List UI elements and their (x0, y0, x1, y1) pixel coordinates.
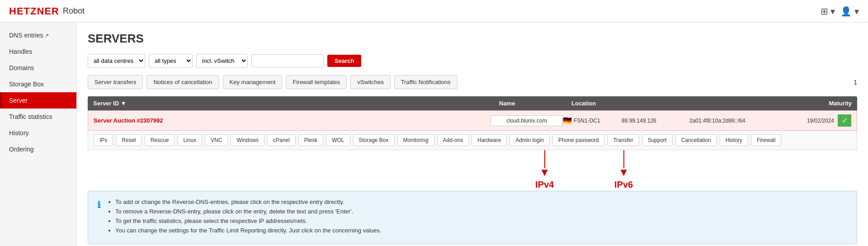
search-input[interactable] (251, 54, 324, 67)
user-icon[interactable]: 👤 ▾ (840, 6, 859, 17)
server-location: 🇩🇪 FSN1-DC1 (563, 116, 622, 125)
ipv6-arrow-line (623, 150, 624, 168)
type-filter[interactable]: all types Dedicated vServer (149, 54, 193, 68)
sidebar-item-dns-entries[interactable]: DNS entries ↗ (0, 27, 76, 43)
logo-brand: HETZNER (9, 5, 59, 17)
sidebar-item-domains[interactable]: Domains (0, 60, 76, 76)
sidebar-item-history[interactable]: History (0, 125, 76, 141)
server-id: Server Auction #2307992 (94, 117, 491, 124)
sub-btn-rescue[interactable]: Rescue (145, 134, 175, 146)
sub-btn-vnc[interactable]: VNC (205, 134, 228, 146)
action-buttons-row: Server transfers Notices of cancellation… (88, 75, 857, 89)
header-name: Name (499, 100, 571, 107)
info-item-3: To get the traffic statistics, please se… (115, 218, 382, 224)
sub-btn-support[interactable]: Support (642, 134, 673, 146)
sub-btn-linux[interactable]: Linux (177, 134, 202, 146)
main-content: SERVERS all data centres FSN1 NBG1 HEL1 … (77, 23, 868, 246)
sub-btn-admin-login[interactable]: Admin login (509, 134, 550, 146)
external-link-icon: ↗ (45, 33, 49, 38)
grid-icon[interactable]: ⊞ ▾ (821, 6, 835, 17)
server-status-check: ✓ (838, 114, 851, 127)
main-layout: DNS entries ↗ Handles Domains Storage Bo… (0, 23, 868, 246)
server-transfers-button[interactable]: Server transfers (88, 75, 143, 89)
ipv6-annotation: ▼ IPv6 (614, 150, 633, 190)
header-ipv4 (630, 100, 698, 107)
sub-btn-storage-box[interactable]: Storage Box (353, 134, 395, 146)
sidebar: DNS entries ↗ Handles Domains Storage Bo… (0, 23, 77, 246)
table-row[interactable]: Server Auction #2307992 cloud.blunix.com… (88, 110, 857, 131)
table-header: Server ID ▼ Name Location Maturity (88, 96, 857, 110)
sidebar-item-ordering[interactable]: Ordering (0, 141, 76, 157)
switch-filter[interactable]: incl. vSwitch excl. vSwitch (196, 54, 248, 68)
annotation-area: ▼ IPv4 ▼ IPv6 (88, 150, 857, 186)
location-flag: 🇩🇪 (563, 116, 572, 125)
sub-btn-reset[interactable]: Reset (116, 134, 142, 146)
sub-btn-monitoring[interactable]: Monitoring (397, 134, 434, 146)
filter-bar: all data centres FSN1 NBG1 HEL1 all type… (88, 54, 857, 68)
info-item-2: To remove a Reverse-DNS-entry, please cl… (115, 208, 382, 215)
top-navigation: HETZNER Robot ⊞ ▾ 👤 ▾ (0, 0, 868, 23)
sidebar-item-traffic-statistics[interactable]: Traffic statistics (0, 109, 76, 125)
header-location: Location (571, 100, 630, 107)
ipv4-label: IPv4 (535, 180, 554, 190)
sub-btn-history[interactable]: History (720, 134, 748, 146)
logo-product: Robot (63, 6, 85, 16)
info-item-4: You can change the settings for the Traf… (115, 227, 382, 234)
info-item-1: To add or change the Reverse-DNS-entries… (115, 199, 382, 205)
dns-entries-label: DNS entries (9, 32, 43, 39)
action-buttons-left: Server transfers Notices of cancellation… (88, 75, 458, 89)
sub-btn-cancellation[interactable]: Cancellation (675, 134, 717, 146)
ipv4-arrow-head: ▼ (539, 166, 550, 179)
header-ipv6 (698, 100, 797, 107)
ipv6-arrow-head: ▼ (618, 166, 629, 179)
header-maturity: Maturity (797, 100, 852, 107)
sidebar-item-storage-box[interactable]: Storage Box (0, 76, 76, 92)
server-maturity: 19/02/2024 (789, 118, 834, 124)
info-icon: ℹ (97, 199, 101, 210)
location-name: FSN1-DC1 (574, 118, 600, 124)
search-button[interactable]: Search (327, 55, 361, 67)
sub-btn-ips[interactable]: IPs (94, 134, 113, 146)
traffic-notifications-button[interactable]: Traffic Notifications (394, 75, 458, 89)
sub-btn-wol[interactable]: WOL (326, 134, 350, 146)
nav-right: ⊞ ▾ 👤 ▾ (821, 6, 859, 17)
server-ipv6[interactable]: 2a01:4f8:10a:2d86::/64 (689, 118, 789, 124)
sidebar-item-handles[interactable]: Handles (0, 43, 76, 60)
ipv4-annotation: ▼ IPv4 (535, 150, 554, 190)
page-title: SERVERS (88, 32, 857, 46)
logo: HETZNER Robot (9, 5, 85, 17)
sidebar-item-server[interactable]: Server (0, 92, 76, 109)
server-domain[interactable]: cloud.blunix.com (491, 115, 563, 126)
vswitches-button[interactable]: vSwitches (350, 75, 391, 89)
server-ipv4[interactable]: 88.99.149.126 (622, 118, 689, 124)
header-server-id[interactable]: Server ID ▼ (93, 100, 499, 107)
sub-btn-add-ons[interactable]: Add-ons (437, 134, 469, 146)
ipv4-arrow-line (544, 150, 545, 168)
sub-btn-transfer[interactable]: Transfer (607, 134, 639, 146)
sub-btn-cpanel[interactable]: cPanel (267, 134, 296, 146)
firewall-templates-button[interactable]: Firewall templates (286, 75, 347, 89)
sub-btn-firewall[interactable]: Firewall (751, 134, 781, 146)
page-count: 1 (854, 79, 857, 86)
sub-btn-phone-password[interactable]: Phone password (552, 134, 604, 146)
sub-btn-plesk[interactable]: Plesk (298, 134, 323, 146)
key-management-button[interactable]: Key management (223, 75, 283, 89)
sub-btn-hardware[interactable]: Hardware (472, 134, 507, 146)
datacenter-filter[interactable]: all data centres FSN1 NBG1 HEL1 (88, 54, 145, 68)
info-list: To add or change the Reverse-DNS-entries… (106, 199, 382, 237)
info-box: ℹ To add or change the Reverse-DNS-entri… (88, 191, 857, 244)
nav-left: HETZNER Robot (9, 5, 85, 17)
notices-cancellation-button[interactable]: Notices of cancellation (146, 75, 219, 89)
ipv6-label: IPv6 (614, 180, 633, 190)
sub-action-buttons: IPs Reset Rescue Linux VNC Windows cPane… (88, 131, 857, 150)
sub-btn-windows[interactable]: Windows (231, 134, 264, 146)
